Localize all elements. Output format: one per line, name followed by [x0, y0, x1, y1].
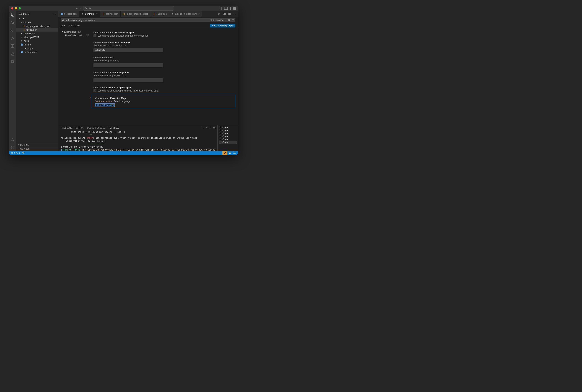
- status-extension-warn[interactable]: [222, 151, 227, 155]
- panel-tab-problems[interactable]: PROBLEMS: [61, 127, 72, 129]
- terminal-entry[interactable]: Code: [219, 126, 237, 129]
- activity-scm-icon[interactable]: [11, 28, 15, 33]
- scope-workspace[interactable]: Workspace: [68, 23, 80, 28]
- svg-rect-23: [228, 20, 230, 20]
- checkbox-clear[interactable]: [94, 34, 96, 37]
- panel-tab-output[interactable]: OUTPUT: [76, 127, 84, 129]
- checkbox-appinsights[interactable]: [94, 89, 96, 92]
- activity-testing-icon[interactable]: [11, 52, 15, 56]
- outline-label: OUTLINE: [20, 144, 29, 146]
- activity-extensions-icon[interactable]: [11, 44, 15, 48]
- tab-ccpp-props[interactable]: {}c_cpp_properties.json: [121, 11, 151, 17]
- outline-section[interactable]: OUTLINE: [16, 143, 58, 147]
- new-terminal-icon[interactable]: ＋: [201, 126, 203, 130]
- folder-vscode[interactable]: .vscode: [16, 20, 58, 24]
- panel-tab-debug[interactable]: DEBUG CONSOLE: [87, 127, 105, 129]
- root-label: TEST: [21, 18, 26, 20]
- file-tasks-json[interactable]: {} tasks.json: [16, 28, 58, 32]
- run-code-icon[interactable]: [218, 12, 221, 16]
- status-feedback-icon[interactable]: [229, 152, 231, 154]
- settings-list[interactable]: Code-runner: Clear Previous Output Wheth…: [90, 28, 238, 125]
- tab-tasks-json[interactable]: {}tasks.json: [151, 11, 169, 17]
- more-actions-icon[interactable]: ···: [233, 12, 236, 15]
- svg-line-1: [86, 9, 87, 9]
- default-language-input[interactable]: [94, 78, 163, 82]
- open-changes-icon[interactable]: [223, 12, 226, 16]
- file-label: hellocpp.cpp: [24, 51, 37, 54]
- terminal-label: Code: [222, 126, 228, 129]
- gear-icon[interactable]: [90, 97, 91, 100]
- toc-runcode[interactable]: Run Code confi… (23): [59, 34, 89, 37]
- clear-filter-icon[interactable]: [228, 19, 230, 22]
- file-hello-c[interactable]: C hello.c: [16, 43, 58, 46]
- toc-run-label: Run Code confi…: [65, 34, 84, 37]
- fullscreen-window-button[interactable]: [19, 7, 21, 10]
- folder-hello-dsym[interactable]: hello.dSYM: [16, 32, 58, 35]
- edit-in-settings-link[interactable]: Edit in settings.json: [95, 104, 114, 106]
- activity-explorer-icon[interactable]: [11, 12, 15, 17]
- split-terminal-dropdown-icon[interactable]: [205, 127, 207, 129]
- setting-name: Default Language: [108, 71, 129, 74]
- file-label: tasks.json: [26, 28, 37, 31]
- cwd-input[interactable]: [94, 63, 163, 68]
- terminal-entry[interactable]: Code: [219, 132, 237, 135]
- json-icon: {}: [123, 13, 125, 15]
- activity-search-icon[interactable]: [11, 20, 15, 25]
- toc-extensions[interactable]: Extensions (23): [59, 30, 89, 34]
- nav-forward-icon[interactable]: →: [80, 7, 82, 10]
- settings-search-input[interactable]: @ext:formulahendry.code-runner 23 Settin…: [61, 18, 235, 22]
- explorer-more-icon[interactable]: ···: [53, 13, 56, 15]
- cpp-icon: C+: [60, 13, 63, 15]
- terminal-entry[interactable]: Code: [219, 135, 237, 138]
- setting-executor-map[interactable]: Code-runner: Executor Map Set the execut…: [91, 95, 235, 108]
- close-panel-icon[interactable]: ✕: [213, 127, 215, 129]
- terminal-label: Code: [222, 138, 228, 141]
- prompt-env: (play): [63, 148, 71, 151]
- timeline-label: TIMELINE: [20, 148, 30, 150]
- scope-user[interactable]: User: [61, 23, 65, 28]
- custom-command-input[interactable]: [94, 48, 163, 52]
- toggle-secondary-sidebar-icon[interactable]: [229, 7, 232, 10]
- nav-back-icon[interactable]: ←: [76, 7, 78, 10]
- split-editor-icon[interactable]: [228, 12, 231, 16]
- maximize-panel-icon[interactable]: [209, 127, 211, 129]
- activity-settings-gear-icon[interactable]: [11, 145, 15, 150]
- close-tab-icon[interactable]: ✕: [96, 12, 98, 15]
- filter-icon[interactable]: [232, 19, 234, 22]
- setting-prefix: Code-runner:: [94, 41, 108, 44]
- customize-layout-icon[interactable]: [233, 7, 236, 10]
- terminal-entry[interactable]: Code: [219, 129, 237, 132]
- toggle-panel-icon[interactable]: [224, 7, 228, 10]
- file-hellocpp-cpp[interactable]: C+ hellocpp.cpp: [16, 50, 58, 54]
- tab-settings-json[interactable]: {}settings.json: [100, 11, 121, 17]
- explorer-title: EXPLORER: [19, 13, 31, 15]
- status-ports[interactable]: [21, 152, 26, 154]
- command-center-search[interactable]: test: [83, 6, 174, 10]
- settings-sync-button[interactable]: Turn on Settings Sync: [210, 24, 235, 28]
- close-window-button[interactable]: [11, 7, 13, 10]
- setting-desc: Set the default language to run.: [94, 74, 234, 77]
- terminal-output[interactable]: auto check = [&](long min_power) -> bool…: [58, 130, 217, 151]
- tab-settings[interactable]: ≡Settings✕: [79, 11, 100, 17]
- file-ccpp-props[interactable]: {} c_cpp_properties.json: [16, 24, 58, 28]
- tab-hellocpp[interactable]: C+hellocpp.cpp: [58, 11, 79, 17]
- file-hellocpp-bin[interactable]: ≡ hellocpp: [16, 46, 58, 50]
- title-bar: ← → test: [9, 6, 238, 11]
- minimize-window-button[interactable]: [15, 7, 17, 10]
- tab-ext-coderunner[interactable]: ≡Extension: Code Runner: [169, 11, 202, 17]
- terminal-entry[interactable]: Code: [219, 138, 237, 141]
- terminal-entry[interactable]: Code: [219, 141, 237, 144]
- file-label: c_cpp_properties.json: [26, 25, 50, 28]
- activity-references-icon[interactable]: [11, 60, 15, 64]
- panel-tab-terminal[interactable]: TERMINAL: [108, 127, 119, 129]
- folder-hellocpp-dsym[interactable]: hellocpp.dSYM: [16, 35, 58, 39]
- timeline-section[interactable]: TIMELINE: [16, 147, 58, 151]
- folder-root[interactable]: TEST: [16, 17, 58, 20]
- activity-account-icon[interactable]: [11, 138, 15, 142]
- file-hello[interactable]: ≡ hello: [16, 39, 58, 43]
- status-bar: 0 0: [9, 151, 238, 155]
- activity-debug-icon[interactable]: [11, 36, 15, 40]
- toggle-primary-sidebar-icon[interactable]: [220, 7, 223, 10]
- status-bell-icon[interactable]: [233, 152, 236, 154]
- status-problems[interactable]: 0 0: [10, 152, 21, 154]
